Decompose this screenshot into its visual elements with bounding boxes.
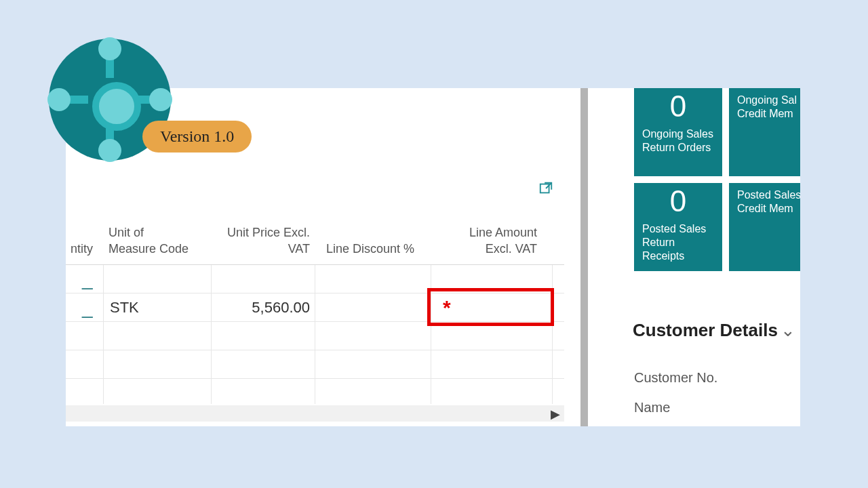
- customer-details-header[interactable]: Customer Details⌄: [633, 320, 795, 341]
- table-row[interactable]: [66, 322, 564, 350]
- section-title: Customer Details: [633, 320, 778, 340]
- tile-value: 0: [642, 184, 714, 218]
- unit-price-cell[interactable]: 5,560.00: [214, 293, 310, 321]
- field-name[interactable]: Name: [634, 400, 670, 415]
- col-header-uom[interactable]: Unit of Measure Code: [108, 224, 217, 257]
- pane-divider: [580, 88, 588, 426]
- tile-return-orders[interactable]: 0 Ongoing Sales Return Orders: [634, 88, 722, 176]
- tile-label: Ongoing Sal Credit Mem: [737, 94, 800, 121]
- col-header-line-amount[interactable]: Line Amount Excl. VAT: [446, 224, 537, 257]
- tile-value: 0: [642, 89, 714, 123]
- col-header-unit-price[interactable]: Unit Price Excl. VAT: [215, 224, 310, 257]
- popout-icon[interactable]: [538, 181, 553, 196]
- tile-label: Ongoing Sales Return Orders: [642, 127, 714, 155]
- quantity-cell[interactable]: _: [82, 293, 93, 321]
- line-amount-cell[interactable]: *: [433, 293, 451, 321]
- table-row[interactable]: [66, 379, 564, 407]
- tile-return-receipts[interactable]: 0 Posted Sales Return Receipts: [634, 183, 722, 271]
- field-customer-no[interactable]: Customer No.: [634, 370, 717, 386]
- grid-headers: ntity Unit of Measure Code Unit Price Ex…: [66, 220, 580, 261]
- col-header-quantity[interactable]: ntity: [66, 241, 93, 257]
- tile-credit-memos[interactable]: Ongoing Sal Credit Mem: [729, 88, 800, 176]
- lines-grid[interactable]: _ _ STK 5,560.00 *: [66, 264, 564, 404]
- chevron-down-icon: ⌄: [781, 320, 795, 340]
- tile-label: Posted Sales Return Receipts: [642, 222, 714, 263]
- version-badge: Version 1.0: [142, 121, 252, 152]
- horizontal-scrollbar[interactable]: ▶: [66, 405, 564, 422]
- uom-cell[interactable]: STK: [110, 293, 139, 321]
- table-row[interactable]: [66, 350, 564, 379]
- factbox-pane: 0 Ongoing Sales Return Orders Ongoing Sa…: [629, 88, 800, 426]
- scroll-right-icon[interactable]: ▶: [551, 407, 560, 422]
- col-header-line-discount[interactable]: Line Discount %: [326, 241, 414, 257]
- svg-rect-0: [540, 184, 549, 193]
- tile-label: Posted Sales Credit Mem: [737, 188, 800, 216]
- tile-posted-memos[interactable]: Posted Sales Credit Mem: [729, 183, 800, 271]
- quantity-cell[interactable]: _: [82, 265, 93, 293]
- table-row[interactable]: _ STK 5,560.00 *: [66, 293, 564, 322]
